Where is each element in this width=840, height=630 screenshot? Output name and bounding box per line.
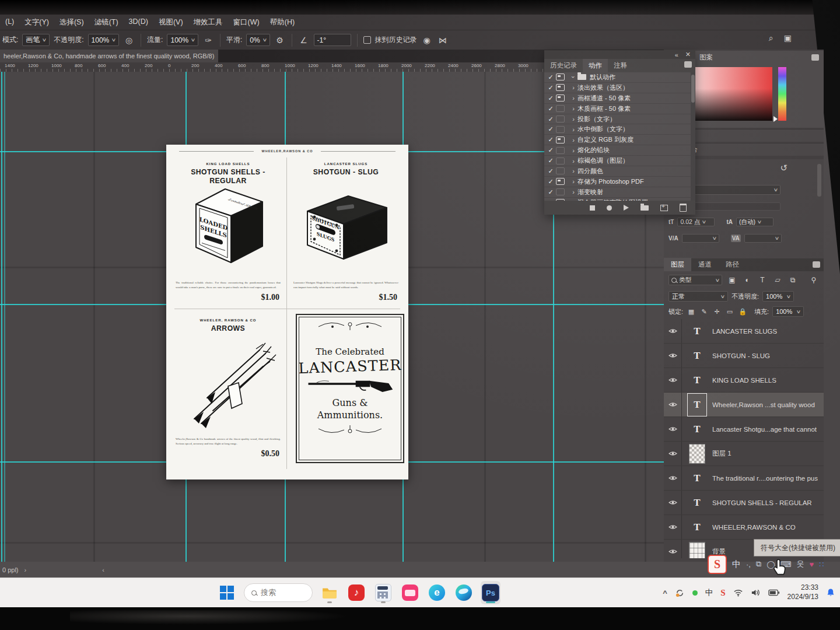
visibility-toggle[interactable] — [664, 540, 682, 558]
hscroll-left-icon[interactable]: ‹ — [102, 566, 104, 573]
visibility-toggle[interactable] — [664, 491, 682, 514]
action-check-icon[interactable]: ✓ — [545, 94, 556, 102]
action-item[interactable]: ✓›熔化的铅块 — [544, 145, 695, 156]
tab-notes[interactable]: 注释 — [608, 59, 633, 72]
action-item[interactable]: ✓›棕褐色调（图层） — [544, 156, 695, 166]
action-expand-icon[interactable]: › — [569, 94, 578, 102]
action-item[interactable]: ✓›四分颜色 — [544, 166, 695, 177]
action-item[interactable]: ✓›混合器画笔克隆绘图设置 — [544, 198, 695, 201]
menu-item[interactable]: 选择(S) — [54, 18, 89, 27]
layer-row[interactable]: TKING LOAD SHELLS — [664, 368, 824, 393]
status-expand-icon[interactable]: › — [24, 566, 27, 573]
actions-scrollbar[interactable] — [691, 72, 695, 201]
smoothing-dropdown[interactable]: 0%∨ — [246, 34, 270, 46]
layer-row[interactable]: TLANCASTER SLUGS — [664, 319, 824, 344]
filter-type-dropdown[interactable]: 类型 ∨ — [668, 275, 722, 285]
panel-menu-icon[interactable] — [684, 61, 692, 68]
action-item[interactable]: ✓›存储为 Photoshop PDF — [544, 177, 695, 187]
menu-item[interactable]: (L) — [0, 18, 19, 27]
filter-toggle-icon[interactable]: ⚲ — [808, 276, 819, 284]
action-dialog-toggle[interactable] — [556, 136, 565, 144]
play-icon[interactable] — [624, 205, 629, 211]
visibility-toggle[interactable] — [664, 417, 682, 441]
tracking-field[interactable]: ∨ — [744, 234, 782, 243]
character-scrollbar[interactable] — [817, 164, 821, 197]
action-dialog-toggle[interactable] — [556, 199, 565, 201]
lock-transparency-icon[interactable]: ▦ — [687, 308, 696, 316]
visibility-toggle[interactable] — [664, 368, 682, 392]
action-check-icon[interactable]: ✓ — [545, 167, 556, 175]
action-dialog-toggle[interactable] — [556, 105, 565, 112]
netease-music-button[interactable]: ♪ — [346, 581, 366, 604]
hue-slider-marker[interactable] — [774, 116, 778, 122]
action-item[interactable]: ✓›渐变映射 — [544, 187, 695, 198]
brush-angle-field[interactable]: -1° — [314, 34, 351, 46]
action-expand-icon[interactable]: › — [569, 84, 578, 91]
ime-skin-icon[interactable]: ♥ — [810, 560, 814, 569]
menu-item[interactable]: 文字(Y) — [19, 18, 54, 27]
action-check-icon[interactable]: ✓ — [545, 125, 556, 133]
action-item[interactable]: ✓›画框通道 - 50 像素 — [544, 93, 695, 104]
tray-clock[interactable]: 23:33 2024/9/13 — [788, 583, 818, 601]
layer-opacity-dropdown[interactable]: 100%∨ — [762, 291, 794, 302]
kerning-field[interactable]: ∨ — [682, 234, 719, 243]
file-explorer-button[interactable] — [320, 581, 340, 604]
visibility-toggle[interactable] — [664, 393, 682, 416]
tray-expand-icon[interactable]: ^ — [663, 589, 667, 597]
lock-artboard-icon[interactable]: ▭ — [725, 308, 734, 316]
opacity-dropdown[interactable]: 100%∨ — [88, 34, 120, 46]
guide-vertical[interactable] — [4, 72, 5, 562]
action-expand-icon[interactable]: › — [569, 178, 578, 185]
visibility-toggle[interactable] — [664, 344, 682, 368]
tab-channels[interactable]: 通道 — [691, 258, 719, 271]
action-check-icon[interactable]: ✓ — [545, 178, 556, 186]
action-dialog-toggle[interactable] — [556, 178, 565, 185]
smoothing-gear-icon[interactable]: ⚙ — [274, 36, 286, 45]
action-check-icon[interactable]: ✓ — [545, 84, 556, 92]
menu-item[interactable]: 视图(V) — [153, 18, 188, 27]
stop-icon[interactable] — [590, 205, 595, 211]
layer-row[interactable]: TSHOTGUN SHELLS - REGULAR — [664, 491, 824, 515]
guide-vertical[interactable] — [1, 72, 2, 562]
volume-icon[interactable] — [751, 589, 761, 597]
battery-icon[interactable] — [768, 589, 780, 596]
action-check-icon[interactable]: ✓ — [545, 146, 556, 154]
close-tab-icon[interactable]: × — [218, 52, 218, 60]
symmetry-butterfly-icon[interactable]: ⋈ — [437, 36, 449, 45]
filter-type-icon[interactable]: T — [757, 276, 768, 284]
airbrush-icon[interactable]: ✑ — [202, 36, 214, 45]
tab-paths[interactable]: 路径 — [719, 258, 746, 271]
action-item[interactable]: ✓›淡出效果（选区） — [544, 83, 695, 93]
notification-bell-icon[interactable] — [826, 588, 835, 597]
action-check-icon[interactable]: ✓ — [545, 136, 556, 144]
action-item[interactable]: ✓›自定义 RGB 到灰度 — [544, 135, 695, 145]
action-expand-icon[interactable]: › — [569, 199, 578, 201]
action-expand-icon[interactable]: › — [569, 147, 578, 154]
panel-menu-icon[interactable] — [811, 54, 819, 61]
leading-field[interactable]: (自动)∨ — [736, 218, 774, 226]
lock-position-icon[interactable]: ✛ — [712, 308, 722, 316]
action-dialog-toggle[interactable] — [556, 74, 565, 80]
sync-icon[interactable] — [675, 588, 685, 598]
ime-toolbox-icon[interactable]: ∷ — [819, 560, 824, 569]
sogou-tray-icon[interactable]: S — [720, 588, 725, 598]
action-expand-icon[interactable]: › — [569, 105, 578, 112]
action-check-icon[interactable]: ✓ — [545, 157, 556, 164]
document-canvas[interactable]: WHEELER,RAWSON & CO KING LOAD SHELLS SHO… — [166, 145, 408, 480]
flow-dropdown[interactable]: 100%∨ — [167, 34, 198, 46]
green-status-icon[interactable] — [692, 590, 698, 596]
erase-history-checkbox[interactable] — [363, 36, 371, 44]
action-dialog-toggle[interactable] — [556, 84, 565, 91]
filter-shape-icon[interactable]: ▱ — [772, 276, 783, 284]
action-expand-icon[interactable]: › — [569, 126, 578, 133]
edge-button[interactable] — [454, 581, 474, 604]
collapse-panel-icon[interactable]: « — [675, 51, 678, 58]
action-dialog-toggle[interactable] — [556, 158, 565, 164]
ime-clipboard-icon[interactable]: ⧉ — [756, 559, 761, 569]
menu-item[interactable]: 帮助(H) — [265, 18, 300, 27]
fill-dropdown[interactable]: 100%∨ — [772, 306, 804, 317]
search-icon[interactable]: ⌕ — [769, 33, 774, 43]
reset-icon[interactable]: ↺ — [780, 163, 788, 173]
ime-chinese-icon[interactable]: 中 — [732, 559, 741, 570]
layer-row[interactable]: TLancaster Shotgu...age that cannot — [664, 417, 824, 442]
